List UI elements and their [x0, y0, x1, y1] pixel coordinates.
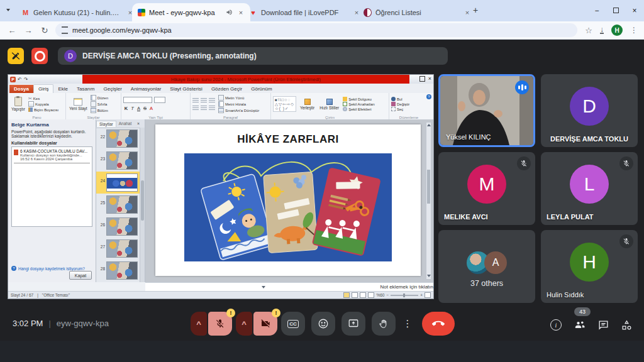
new-slide-button[interactable]: Yeni Slayt — [68, 98, 89, 111]
record-indicator-button[interactable] — [31, 48, 48, 64]
indent-icon[interactable] — [209, 98, 215, 103]
people-button[interactable] — [572, 317, 587, 332]
quick-styles-button[interactable]: Hızlı Stiller — [318, 99, 340, 110]
smartart-button[interactable]: SmartArt'a Dönüştür — [218, 107, 259, 113]
slide-thumbnail[interactable]: 26 — [96, 216, 140, 238]
ribbon-tab-dosya[interactable]: Dosya — [9, 85, 33, 93]
chat-button[interactable] — [596, 317, 611, 332]
slides-tab[interactable]: Slaytlar — [96, 121, 116, 127]
new-tab-button[interactable]: + — [473, 5, 478, 15]
copy-button[interactable]: Kopyala — [28, 101, 58, 107]
raise-hand-button[interactable] — [372, 312, 396, 336]
slide-thumbnail-selected[interactable]: 24 — [96, 172, 140, 194]
shape-effects-button[interactable]: Şekil Efektleri — [343, 107, 375, 111]
close-button[interactable]: × — [625, 6, 644, 15]
ribbon-tab-gecisler[interactable]: Geçişler — [99, 85, 126, 93]
tab-meet[interactable]: Meet - eyw-gqwv-kpa × — [132, 3, 250, 21]
ribbon-tab-gozden-gecir[interactable]: Gözden Geçir — [207, 85, 247, 93]
shape-outline-button[interactable]: Şekil Anahatları — [343, 102, 375, 106]
strikethrough-button[interactable]: S — [142, 106, 148, 111]
align-center-icon[interactable] — [201, 106, 207, 111]
slide-image-story-envelopes[interactable] — [184, 153, 392, 261]
participant-tile-hulin-siddik[interactable]: H Hulin Sıddık — [541, 230, 638, 303]
recovery-file-item[interactable]: 6 KASIM-ÇOCUKTA OLUMLU DAV... Kullanıcı … — [14, 149, 90, 161]
mic-options-button[interactable]: ^ — [191, 312, 207, 336]
ribbon-tab-tasarim[interactable]: Tasarım — [72, 85, 99, 93]
layout-button[interactable]: Düzen — [91, 95, 108, 101]
reload-button[interactable]: ↻ — [36, 26, 53, 35]
fit-to-window-button[interactable] — [425, 292, 431, 298]
tab-search-icon[interactable] — [6, 8, 10, 13]
back-button[interactable]: ← — [4, 26, 20, 35]
tab-ilovepdf[interactable]: ♥ Download file | iLovePDF × — [244, 3, 366, 21]
reading-view-button[interactable] — [360, 292, 366, 298]
present-button[interactable] — [341, 312, 365, 336]
site-settings-icon[interactable] — [62, 26, 68, 34]
help-icon[interactable]: ? — [426, 94, 431, 99]
browser-menu-icon[interactable]: ⋮ — [630, 26, 638, 35]
zoom-slider[interactable] — [391, 295, 418, 296]
font-color-button[interactable]: A — [148, 106, 154, 111]
profile-avatar[interactable]: H — [611, 25, 623, 36]
align-left-icon[interactable] — [192, 106, 199, 111]
forward-button[interactable]: → — [20, 26, 36, 35]
participant-tile-leyla-pulat[interactable]: L LEYLA PULAT — [541, 152, 638, 225]
ribbon-tab-slayt-gosterisi[interactable]: Slayt Gösterisi — [165, 85, 207, 93]
bullets-icon[interactable] — [192, 98, 199, 103]
camera-options-button[interactable]: ^ — [236, 312, 252, 336]
italic-button[interactable]: T — [130, 106, 135, 111]
numbering-icon[interactable] — [201, 98, 207, 103]
meeting-details-button[interactable]: i — [548, 317, 564, 332]
slide-canvas[interactable]: HİKÂYE ZARFLARI — [155, 124, 421, 276]
slide-thumbnail[interactable]: 28 — [96, 260, 140, 282]
maximize-button[interactable] — [606, 6, 625, 15]
text-direction-button[interactable]: Metin Yönü — [218, 95, 259, 101]
captions-button[interactable]: CC — [281, 312, 305, 336]
slide-thumbnail[interactable]: 27 — [96, 238, 140, 260]
zoom-in-button[interactable]: + — [420, 293, 423, 297]
thumbnails-scrollbar[interactable] — [140, 128, 145, 282]
ribbon-tab-gorunum[interactable]: Görünüm — [247, 85, 276, 93]
slide-sorter-view-button[interactable] — [352, 292, 358, 298]
slide-thumbnail[interactable]: 25 — [96, 194, 140, 216]
reset-button[interactable]: Sıfırla — [91, 101, 108, 107]
align-text-button[interactable]: Metni Hizala — [218, 101, 259, 107]
tab-gmail[interactable]: M Gelen Kutusu (21) - hulin.siddik × — [16, 3, 140, 21]
bookmark-star-icon[interactable]: ☆ — [585, 26, 592, 35]
select-button[interactable]: Seç — [391, 107, 426, 111]
ppt-restore-button[interactable] — [419, 76, 425, 82]
mic-toggle-button[interactable]: ! — [208, 312, 232, 336]
participant-tile-dervise-amca-toklu[interactable]: D DERVİŞE AMCA TOKLU — [541, 74, 638, 147]
tab-audio-icon[interactable] — [226, 9, 233, 16]
presenter-banner[interactable]: D DERVİŞE AMCA TOKLU (Presenting, annota… — [58, 47, 448, 65]
ribbon-tab-ekle[interactable]: Ekle — [53, 85, 72, 93]
normal-view-button[interactable] — [343, 292, 350, 298]
camera-toggle-button[interactable]: ! — [253, 312, 277, 336]
annotation-tool-button[interactable] — [8, 48, 24, 64]
minimize-button[interactable]: − — [587, 6, 606, 15]
participant-tile-melike-avci[interactable]: M MELIKE AVCI — [438, 152, 535, 225]
underline-button[interactable]: A — [136, 106, 142, 111]
cut-button[interactable]: ✂Kes — [28, 96, 58, 101]
reactions-button[interactable] — [311, 312, 335, 336]
bold-button[interactable]: K — [123, 106, 129, 111]
slide-thumbnail[interactable]: 22 — [96, 128, 140, 150]
slide-scrollbar[interactable] — [426, 122, 431, 280]
leave-call-button[interactable] — [422, 312, 455, 336]
slide-thumbnail[interactable]: 23 — [96, 150, 140, 172]
outline-tab[interactable]: Anahat — [116, 121, 135, 126]
undo-icon[interactable]: ↶ — [18, 77, 22, 82]
notes-area[interactable]: Not eklemek için tıklatın — [145, 282, 433, 291]
recovery-close-button[interactable]: Kapat — [69, 271, 92, 280]
paste-button[interactable]: Yapıştır — [10, 97, 26, 111]
section-button[interactable]: Bölüm — [91, 107, 108, 113]
font-name-select[interactable] — [123, 97, 152, 103]
arrange-button[interactable]: Yerleştir — [299, 99, 316, 110]
replace-button[interactable]: Değiştir — [391, 102, 426, 106]
format-painter-button[interactable]: Biçim Boyacısı — [28, 107, 58, 112]
font-size-select[interactable] — [154, 97, 165, 103]
find-button[interactable]: Bul — [391, 97, 426, 101]
ppt-close-button[interactable]: × — [428, 75, 431, 82]
shapes-gallery[interactable]: ■\\□○◌△▽⇦⇨◇☆( )✓ — [273, 96, 296, 112]
slideshow-view-button[interactable] — [368, 292, 374, 298]
